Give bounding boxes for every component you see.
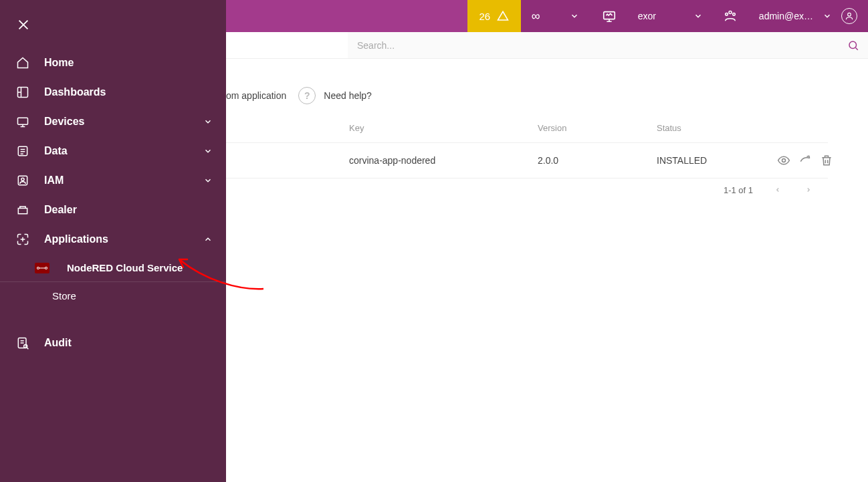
svg-point-12 — [37, 267, 39, 269]
table-row[interactable]: corvina-app-nodered 2.0.0 INSTALLED — [226, 142, 828, 178]
col-status: Status — [657, 123, 777, 133]
team-icon — [723, 9, 738, 23]
toolbar: om application ? Need help? — [226, 87, 829, 104]
apps-table: Name Key Version Status corvina-app-node… — [226, 114, 828, 178]
col-key: Key — [349, 123, 538, 133]
nav-data[interactable]: Data — [0, 136, 226, 166]
chevron-down-icon — [693, 11, 703, 21]
svg-point-6 — [782, 159, 786, 162]
svg-point-15 — [24, 345, 27, 348]
pagination: 1-1 of 1 — [226, 182, 828, 198]
svg-point-11 — [21, 178, 24, 180]
nav-store[interactable]: Store — [0, 282, 226, 310]
svg-point-4 — [848, 13, 851, 16]
pagination-label: 1-1 of 1 — [724, 185, 753, 195]
nodered-icon — [35, 263, 49, 273]
data-icon — [16, 144, 29, 158]
table-header: Name Key Version Status — [226, 114, 828, 142]
dashboard-icon — [16, 86, 29, 99]
chevron-down-icon — [203, 176, 213, 185]
nav-dashboards[interactable]: Dashboards — [0, 78, 226, 107]
applications-icon — [16, 233, 29, 246]
alerts-count: 26 — [479, 11, 490, 22]
devices-icon — [16, 115, 29, 128]
cell-status: INSTALLED — [657, 155, 777, 166]
chevron-down-icon — [570, 11, 579, 21]
col-version: Version — [538, 123, 657, 133]
nav-dealer[interactable]: Dealer — [0, 195, 226, 225]
monitor-icon — [602, 9, 617, 23]
chevron-down-icon — [203, 146, 213, 156]
search-icon — [847, 39, 859, 51]
svg-point-1 — [729, 11, 732, 13]
warning-icon — [497, 10, 509, 22]
nav-audit[interactable]: Audit — [0, 328, 226, 358]
delete-icon[interactable] — [820, 154, 833, 167]
svg-point-5 — [849, 41, 857, 49]
close-sidebar-button[interactable] — [0, 12, 226, 48]
svg-point-13 — [45, 267, 47, 269]
chevron-up-icon — [203, 235, 213, 244]
search-input[interactable] — [348, 32, 839, 58]
iam-icon — [16, 174, 29, 187]
svg-point-3 — [733, 13, 736, 15]
next-page-button[interactable] — [802, 182, 815, 198]
chevron-down-icon — [203, 117, 213, 126]
connectivity-section[interactable]: ∞ — [521, 0, 627, 32]
help-icon[interactable]: ? — [298, 87, 316, 104]
user-name: admin@ex… — [759, 11, 813, 21]
close-icon — [16, 17, 31, 32]
alerts-indicator[interactable]: 26 — [467, 0, 521, 32]
nav-devices[interactable]: Devices — [0, 107, 226, 136]
install-custom-app-link[interactable]: om application — [226, 90, 286, 101]
svg-point-2 — [726, 13, 728, 15]
org-section[interactable]: exor — [627, 0, 748, 32]
nav-home[interactable]: Home — [0, 48, 226, 78]
cell-key: corvina-app-nodered — [349, 155, 538, 166]
nav-nodered-cloud[interactable]: NodeRED Cloud Service — [0, 254, 226, 282]
prev-page-button[interactable] — [772, 182, 784, 198]
chevron-down-icon — [823, 11, 832, 21]
nav-list: Home Dashboards Devices Data IAM Dealer … — [0, 48, 226, 358]
search-button[interactable] — [839, 32, 868, 58]
share-icon[interactable] — [798, 154, 812, 167]
home-icon — [16, 56, 29, 70]
nav-applications[interactable]: Applications — [0, 225, 226, 254]
org-name: exor — [638, 11, 656, 21]
infinity-icon: ∞ — [532, 9, 540, 23]
cell-version: 2.0.0 — [538, 155, 657, 166]
need-help-link[interactable]: Need help? — [324, 90, 372, 101]
audit-icon — [16, 336, 29, 350]
row-actions — [777, 154, 833, 167]
avatar-icon — [841, 8, 857, 24]
svg-rect-8 — [18, 118, 28, 124]
dealer-icon — [16, 203, 29, 217]
sidebar: Home Dashboards Devices Data IAM Dealer … — [0, 0, 226, 482]
view-icon[interactable] — [777, 154, 790, 167]
nav-iam[interactable]: IAM — [0, 166, 226, 195]
user-section[interactable]: admin@ex… — [748, 0, 868, 32]
